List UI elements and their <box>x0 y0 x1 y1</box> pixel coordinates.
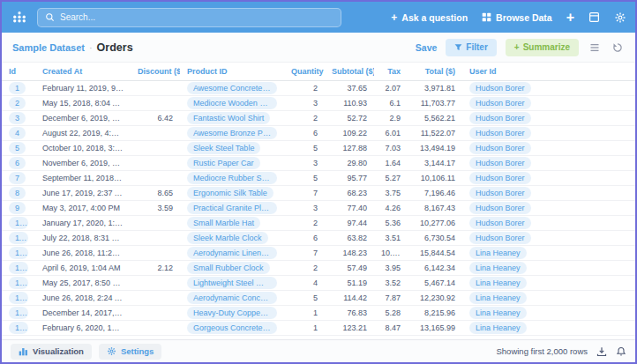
cell-created_at[interactable]: January 17, 2020, 1:44 AM <box>35 216 131 231</box>
column-header-total[interactable]: Total ($) <box>408 63 462 81</box>
cell-discount[interactable] <box>131 171 180 186</box>
cell-id[interactable]: 8 <box>2 186 35 201</box>
cell-discount[interactable] <box>131 156 180 171</box>
cell-subtotal[interactable]: 77.40 <box>325 201 374 216</box>
cell-created_at[interactable]: August 22, 2019, 4:30 PM <box>35 126 131 141</box>
cell-subtotal[interactable]: 52.72 <box>325 111 374 126</box>
cell-total[interactable]: 7,196.46 <box>408 186 462 201</box>
cell-quantity[interactable]: 4 <box>284 276 325 291</box>
column-header-product_id[interactable]: Product ID <box>180 63 284 81</box>
cell-id[interactable]: 9 <box>2 201 35 216</box>
cell-id[interactable]: 15 <box>2 291 35 306</box>
cell-tax[interactable]: 5.27 <box>374 171 408 186</box>
cell-user_id[interactable]: Hudson Borer <box>462 186 547 201</box>
summarize-button[interactable]: + Summarize <box>506 39 579 56</box>
cell-subtotal[interactable]: 51.19 <box>325 276 374 291</box>
cell-created_at[interactable]: September 11, 2018, 11:22 AM <box>35 171 131 186</box>
cell-user_id[interactable]: Hudson Borer <box>462 81 547 96</box>
cell-total[interactable]: 10,106.11 <box>408 171 462 186</box>
cell-quantity[interactable]: 2 <box>284 216 325 231</box>
cell-discount[interactable] <box>131 306 180 321</box>
cell-discount[interactable] <box>131 231 180 246</box>
search-input[interactable] <box>60 12 333 22</box>
cell-user_id[interactable]: Lina Heaney <box>462 276 547 291</box>
cell-user_id[interactable]: Lina Heaney <box>462 321 547 336</box>
cell-created_at[interactable]: July 22, 2018, 8:31 PM <box>35 231 131 246</box>
cell-subtotal[interactable]: 109.22 <box>325 126 374 141</box>
column-header-created_at[interactable]: Created At <box>35 63 131 81</box>
cell-user_id[interactable]: Hudson Borer <box>462 171 547 186</box>
cell-discount[interactable] <box>131 216 180 231</box>
cell-discount[interactable] <box>131 126 180 141</box>
cell-total[interactable]: 12,230.92 <box>408 291 462 306</box>
cell-quantity[interactable]: 1 <box>284 306 325 321</box>
cell-id[interactable]: 14 <box>2 276 35 291</box>
cell-product_id[interactable]: Lightweight Steel Watch <box>180 276 284 291</box>
cell-product_id[interactable]: Sleek Marble Clock <box>180 231 284 246</box>
cell-subtotal[interactable]: 97.44 <box>325 216 374 231</box>
cell-created_at[interactable]: February 6, 2020, 12:14 PM <box>35 321 131 336</box>
cell-product_id[interactable]: Aerodynamic Linen Coat <box>180 246 284 261</box>
cell-tax[interactable]: 3.95 <box>374 261 408 276</box>
cell-quantity[interactable]: 2 <box>284 111 325 126</box>
cell-subtotal[interactable]: 95.77 <box>325 171 374 186</box>
cell-created_at[interactable]: February 11, 2019, 9:40 PM <box>35 81 131 96</box>
cell-product_id[interactable]: Small Rubber Clock <box>180 261 284 276</box>
cell-product_id[interactable]: Awesome Bronze Plate <box>180 126 284 141</box>
cell-total[interactable]: 10,277.06 <box>408 216 462 231</box>
cell-id[interactable]: 11 <box>2 231 35 246</box>
cell-created_at[interactable]: June 17, 2019, 2:37 AM <box>35 186 131 201</box>
cell-product_id[interactable]: Gorgeous Concrete Chair <box>180 321 284 336</box>
cell-quantity[interactable]: 2 <box>284 81 325 96</box>
cell-user_id[interactable]: Hudson Borer <box>462 216 547 231</box>
cell-created_at[interactable]: October 10, 2018, 3:34 AM <box>35 141 131 156</box>
cell-user_id[interactable]: Lina Heaney <box>462 246 547 261</box>
cell-subtotal[interactable]: 57.49 <box>325 261 374 276</box>
create-new-icon[interactable]: + <box>566 11 574 25</box>
cell-tax[interactable]: 2.07 <box>374 81 408 96</box>
cell-id[interactable]: 5 <box>2 141 35 156</box>
cell-product_id[interactable]: Mediocre Wooden Bench <box>180 96 284 111</box>
cell-user_id[interactable]: Lina Heaney <box>462 291 547 306</box>
refresh-icon[interactable] <box>611 42 625 53</box>
cell-discount[interactable]: 6.42 <box>131 111 180 126</box>
cell-total[interactable]: 5,562.21 <box>408 111 462 126</box>
cell-product_id[interactable]: Rustic Paper Car <box>180 156 284 171</box>
breadcrumb-dataset[interactable]: Sample Dataset <box>12 42 85 53</box>
cell-tax[interactable]: 4.26 <box>374 201 408 216</box>
cell-total[interactable]: 6,730.54 <box>408 231 462 246</box>
bell-icon[interactable] <box>616 346 626 357</box>
cell-user_id[interactable]: Hudson Borer <box>462 126 547 141</box>
cell-discount[interactable] <box>131 141 180 156</box>
column-header-discount[interactable]: Discount ($) <box>131 63 180 81</box>
cell-discount[interactable]: 2.12 <box>131 261 180 276</box>
cell-total[interactable]: 11,703.77 <box>408 96 462 111</box>
cell-created_at[interactable]: June 26, 2018, 2:24 AM <box>35 291 131 306</box>
cell-total[interactable]: 3,144.17 <box>408 156 462 171</box>
cell-product_id[interactable]: Mediocre Rubber Shoes <box>180 171 284 186</box>
cell-total[interactable]: 11,522.07 <box>408 126 462 141</box>
column-header-quantity[interactable]: Quantity <box>284 63 325 81</box>
cell-tax[interactable]: 10.19 <box>374 246 408 261</box>
cell-created_at[interactable]: April 6, 2019, 1:04 AM <box>35 261 131 276</box>
cell-id[interactable]: 17 <box>2 321 35 336</box>
cell-created_at[interactable]: June 26, 2018, 11:21 PM <box>35 246 131 261</box>
cell-id[interactable]: 2 <box>2 96 35 111</box>
cell-subtotal[interactable]: 148.23 <box>325 246 374 261</box>
filter-button[interactable]: Filter <box>446 39 496 56</box>
cell-id[interactable]: 6 <box>2 156 35 171</box>
cell-tax[interactable]: 6.1 <box>374 96 408 111</box>
cell-user_id[interactable]: Hudson Borer <box>462 156 547 171</box>
cell-total[interactable]: 5,467.14 <box>408 276 462 291</box>
browse-data-button[interactable]: Browse Data <box>482 12 552 23</box>
cell-tax[interactable]: 5.36 <box>374 216 408 231</box>
cell-product_id[interactable]: Small Marble Hat <box>180 216 284 231</box>
cell-quantity[interactable]: 7 <box>284 246 325 261</box>
cell-quantity[interactable]: 5 <box>284 171 325 186</box>
cell-quantity[interactable]: 7 <box>284 186 325 201</box>
cell-product_id[interactable]: Aerodynamic Concrete… <box>180 291 284 306</box>
cell-product_id[interactable]: Sleek Steel Table <box>180 141 284 156</box>
cell-product_id[interactable]: Practical Granite Plate <box>180 201 284 216</box>
cell-created_at[interactable]: December 6, 2019, 10:22 PM <box>35 111 131 126</box>
visualization-button[interactable]: Visualization <box>11 344 92 360</box>
